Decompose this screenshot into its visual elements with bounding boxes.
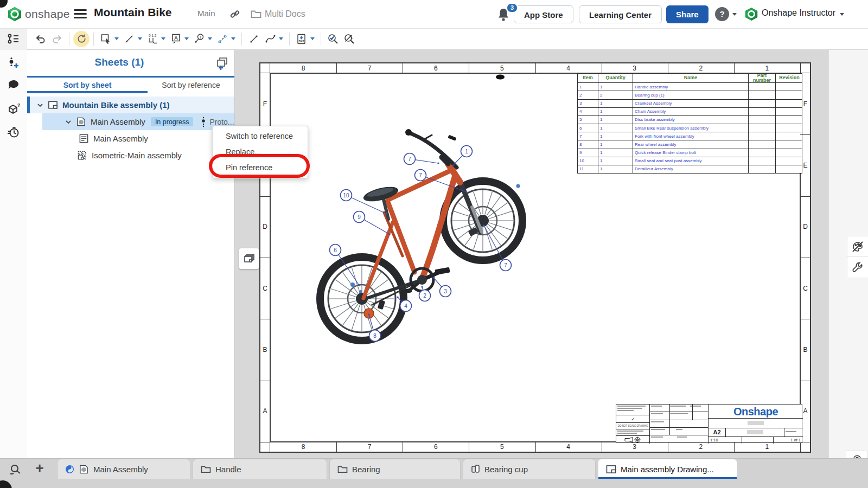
tab-sort-by-reference[interactable]: Sort by reference bbox=[148, 78, 234, 93]
app-store-button[interactable]: App Store bbox=[514, 5, 573, 23]
ordinate-dimension-button[interactable]: 0 1 2 bbox=[144, 31, 161, 47]
dimension-button[interactable] bbox=[121, 31, 137, 47]
menu-item-switch-to-reference[interactable]: Switch to reference bbox=[213, 129, 308, 144]
bom-table[interactable]: ItemQuantityNamePart numberRevision11Han… bbox=[577, 73, 802, 174]
notification-badge: 3 bbox=[506, 3, 518, 13]
ordinate-caret-icon[interactable] bbox=[161, 37, 165, 40]
view-label: Main Assembly bbox=[93, 134, 148, 143]
tree-row-view-main[interactable]: Main Assembly bbox=[27, 130, 234, 147]
bom-cell bbox=[749, 157, 776, 165]
bom-cell: 3 bbox=[578, 100, 598, 107]
link-icon[interactable] bbox=[229, 9, 240, 20]
sheets-flyout-button[interactable] bbox=[239, 248, 259, 269]
hide-dimensions-button[interactable] bbox=[341, 31, 358, 47]
zone-column-label: 7 bbox=[368, 65, 372, 72]
document-tab-bearing[interactable]: Bearing bbox=[329, 459, 461, 479]
dimension-caret-icon[interactable] bbox=[138, 37, 142, 40]
tree-row-sheet[interactable]: Mountain Bike assembly (1) bbox=[27, 97, 234, 113]
bom-cell bbox=[749, 132, 776, 140]
appearance-panel-button[interactable] bbox=[847, 236, 868, 258]
bom-cell bbox=[776, 108, 803, 115]
new-tab-button[interactable]: + bbox=[31, 460, 48, 477]
drawing-canvas[interactable]: 717109672348 ItemQuantityNamePart number… bbox=[234, 50, 828, 458]
spline-caret-icon[interactable] bbox=[279, 37, 283, 40]
history-icon[interactable] bbox=[7, 126, 20, 139]
note-caret-icon[interactable] bbox=[184, 37, 189, 40]
hide-dimensions-icon bbox=[343, 33, 355, 45]
add-sheet-button[interactable] bbox=[213, 54, 231, 72]
help-button[interactable]: ? bbox=[715, 7, 729, 21]
zone-row-label: B bbox=[263, 346, 267, 354]
insert-view-caret-icon[interactable] bbox=[114, 37, 119, 40]
search-tabs-icon[interactable] bbox=[9, 463, 23, 476]
zone-row-label: A bbox=[263, 407, 267, 415]
tree-row-view-isometric[interactable]: Isometric-Main assembly bbox=[27, 147, 234, 164]
bom-row: 31Crankset Assembly bbox=[578, 99, 802, 107]
menu-item-replace[interactable]: Replace... bbox=[213, 144, 308, 160]
chevron-down-icon[interactable] bbox=[65, 119, 72, 125]
bom-cell: 4 bbox=[578, 108, 598, 115]
insert-reference-icon[interactable] bbox=[7, 56, 20, 69]
chevron-down-icon[interactable] bbox=[37, 102, 43, 108]
tools-panel-button[interactable] bbox=[847, 256, 868, 278]
document-tabs-bar: + Main AssemblyHandleBearingBearing cupM… bbox=[0, 458, 868, 488]
user-avatar[interactable] bbox=[744, 7, 758, 21]
folder-name[interactable]: Multi Docs bbox=[265, 9, 305, 19]
bom-cell: Crankset Assembly bbox=[633, 100, 749, 107]
bom-row: 22Bearing cup (1) bbox=[578, 91, 802, 99]
document-tab-handle[interactable]: Handle bbox=[193, 459, 327, 479]
workspace-name[interactable]: Main bbox=[197, 9, 215, 18]
bom-cell: 1 bbox=[598, 149, 633, 157]
export-dxf-caret-icon[interactable] bbox=[310, 37, 315, 40]
insert-view-button[interactable] bbox=[98, 31, 114, 47]
update-references-button[interactable] bbox=[73, 31, 90, 47]
centerline-caret-icon[interactable] bbox=[231, 37, 235, 40]
bom-row: 51Disc brake assembly bbox=[578, 115, 802, 124]
bom-cell: Part number bbox=[749, 74, 776, 82]
bom-cell: Fork with front wheel assembly bbox=[633, 132, 749, 140]
document-tab-main-assembly-drawing[interactable]: Main assembly Drawing... bbox=[598, 459, 737, 479]
bom-cell: 7 bbox=[578, 132, 598, 140]
bom-row: 111Derailleur Assembly bbox=[578, 165, 802, 173]
sheets-panel-title: Sheets (1) bbox=[27, 56, 212, 68]
balloon-caret-icon[interactable] bbox=[208, 37, 212, 40]
zone-column-label: 4 bbox=[566, 443, 570, 451]
title-block[interactable]: ✓ DO NOT SCALE DRAWING bbox=[616, 404, 802, 443]
spline-button[interactable] bbox=[262, 31, 278, 47]
tab-label: Handle bbox=[215, 465, 241, 474]
zone-column-label: 6 bbox=[434, 65, 438, 72]
user-caret-icon[interactable] bbox=[840, 13, 844, 16]
zone-column-label: 2 bbox=[699, 443, 703, 451]
tree-row-reference[interactable]: Main Assembly In progress Proto... bbox=[27, 113, 234, 130]
line-button[interactable] bbox=[246, 31, 262, 47]
document-tab-bearing-cup[interactable]: Bearing cup bbox=[463, 459, 596, 479]
export-dxf-button[interactable]: DXF bbox=[293, 31, 310, 47]
bom-cell: Item bbox=[578, 74, 598, 82]
comments-icon[interactable] bbox=[7, 79, 20, 92]
centerline-button[interactable] bbox=[214, 31, 231, 47]
bom-cell: Revision bbox=[776, 74, 803, 82]
user-menu[interactable]: Onshape Instructor bbox=[762, 8, 835, 18]
zone-column-label: 3 bbox=[633, 65, 636, 72]
status-badge: In progress bbox=[151, 117, 194, 126]
svg-text:?: ? bbox=[17, 102, 20, 108]
undo-button[interactable] bbox=[33, 31, 49, 47]
redo-button[interactable] bbox=[49, 31, 65, 47]
balloon-button[interactable]: 1 bbox=[191, 31, 207, 47]
note-button[interactable]: A bbox=[168, 31, 184, 47]
bom-cell: 6 bbox=[578, 124, 598, 132]
drawing-sheet[interactable]: 717109672348 ItemQuantityNamePart number… bbox=[259, 62, 811, 453]
onshape-logo-icon[interactable] bbox=[7, 7, 22, 22]
hamburger-menu-icon[interactable] bbox=[74, 9, 87, 19]
menu-item-pin-reference[interactable]: Pin reference bbox=[213, 160, 308, 176]
tab-sort-by-sheet[interactable]: Sort by sheet bbox=[27, 78, 148, 93]
bom-cell bbox=[749, 124, 776, 132]
left-icon-strip: ? bbox=[0, 28, 28, 458]
verify-dimensions-button[interactable] bbox=[325, 31, 341, 47]
sheets-panel-toggle[interactable] bbox=[0, 28, 27, 50]
follow-mode-icon[interactable]: ? bbox=[7, 102, 20, 115]
help-caret-icon[interactable] bbox=[732, 13, 737, 16]
document-tab-main-assembly[interactable]: Main Assembly bbox=[57, 459, 190, 479]
learning-center-button[interactable]: Learning Center bbox=[579, 5, 662, 23]
share-button[interactable]: Share bbox=[666, 5, 709, 23]
